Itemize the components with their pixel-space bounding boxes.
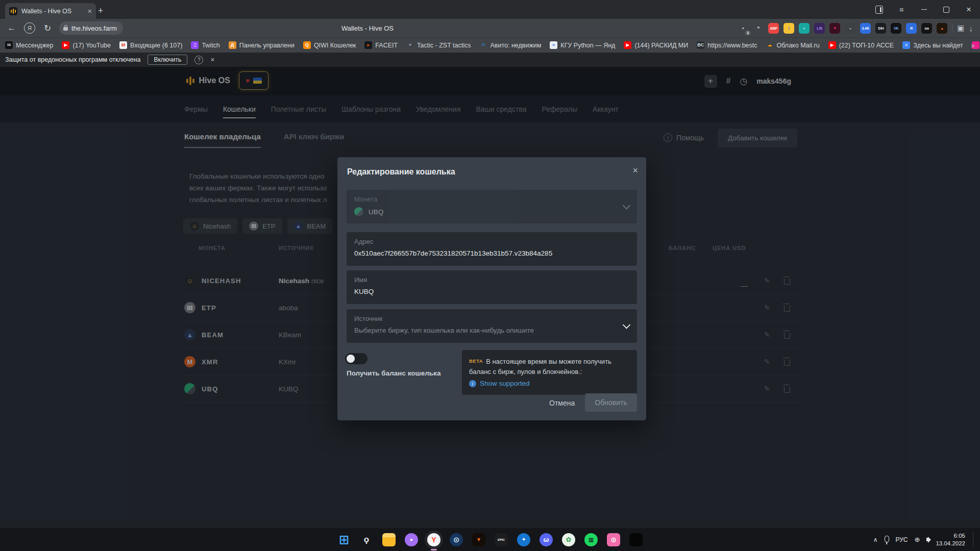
taskbar-app-icon[interactable]: ≋: [584, 533, 598, 546]
extension-icon[interactable]: ◐: [799, 23, 810, 34]
sidebar-panel-icon[interactable]: [868, 0, 890, 19]
update-button[interactable]: Обновить: [585, 393, 637, 412]
taskbar-app-icon[interactable]: [629, 533, 643, 546]
bookmark-item[interactable]: ✦ Tactic - ZST tactics: [406, 41, 471, 49]
taskbar-app-icon[interactable]: [382, 533, 396, 546]
browser-toolbar: ← Я ↻ the.hiveos.farm Wallets - Hive OS …: [0, 19, 980, 37]
beta-info-box: BETAВ настоящее время вы можете получить…: [462, 350, 637, 395]
bookmark-item[interactable]: ▶ (17) YouTube: [62, 41, 111, 49]
profile-icon[interactable]: Я: [24, 22, 35, 34]
tray-date: 13.04.2022: [936, 540, 965, 547]
extension-icon[interactable]: 3.4K: [860, 23, 871, 34]
banner-help-icon[interactable]: ?: [194, 56, 203, 64]
restore-button[interactable]: [935, 0, 958, 19]
extension-icon[interactable]: ABP: [768, 23, 779, 34]
taskbar-app-icon[interactable]: EPIC: [495, 533, 508, 546]
window-controls: ≡ ×: [868, 0, 980, 19]
taskbar-app-icon[interactable]: ▼: [472, 533, 485, 546]
banner-close-icon[interactable]: ×: [210, 56, 214, 64]
source-select[interactable]: Источник Выберите биржу, тип кошелька ил…: [347, 309, 637, 343]
edit-wallet-modal: Редактирование кошелька × Монета UBQ Адр…: [337, 157, 646, 420]
extension-icon[interactable]: ▼ 1: [738, 23, 748, 34]
bookmark-item[interactable]: Д Панель управлени: [229, 41, 295, 49]
bookmark-favicon: ∷: [479, 41, 487, 49]
downloads-icon[interactable]: ↓: [969, 24, 973, 33]
minimize-button[interactable]: [913, 0, 935, 19]
cancel-button[interactable]: Отмена: [549, 399, 575, 407]
bookmark-favicon: ✦: [406, 41, 414, 49]
extension-icon[interactable]: oo: [921, 23, 932, 34]
modal-title: Редактирование кошелька: [347, 167, 455, 177]
taskbar-app-icon[interactable]: Y: [427, 533, 440, 546]
network-icon[interactable]: ⊕: [915, 536, 920, 543]
taskbar-app-icon[interactable]: ⊞: [337, 533, 351, 546]
bookmark-favicon: ▶: [828, 41, 836, 49]
taskbar-app-icon[interactable]: ⊙: [450, 533, 463, 546]
bookmark-item[interactable]: ✉ Мессенджер: [5, 41, 53, 49]
banner-text: Защита от вредоносных программ отключена: [5, 56, 140, 63]
bookmark-item[interactable]: ▸ FACEIT: [364, 41, 398, 49]
taskbar-app-icon[interactable]: ✿: [562, 533, 575, 546]
address-bar[interactable]: the.hiveos.farm: [59, 21, 123, 35]
bookmark-item[interactable]: ▯ Twitch: [191, 41, 219, 49]
bookmark-item[interactable]: BC https://www.bestc: [697, 41, 757, 49]
tray-time: 6:05: [936, 532, 965, 540]
bookmark-item[interactable]: ▶ (144) РАСКИД МИ: [624, 41, 688, 49]
address-field[interactable]: Адрес 0x510aec7f266557b7de753231820571b1…: [347, 232, 637, 266]
microphone-icon[interactable]: [885, 536, 889, 542]
extension-icon[interactable]: ●: [845, 23, 855, 34]
extension-icon[interactable]: ▲: [937, 23, 947, 34]
bookmark-favicon: M: [119, 41, 127, 49]
extensions-area: ▼ 1 ⚑ ABP i ◐: [738, 23, 980, 34]
bookmark-item[interactable]: ☁ Облако Mail.ru: [766, 41, 820, 49]
taskbar-app-icon[interactable]: ω: [540, 533, 553, 546]
bookmark-item[interactable]: ≈ КГУ Python — Янд: [550, 41, 615, 49]
clock[interactable]: 6:05 13.04.2022: [936, 532, 965, 547]
tray-expand-icon[interactable]: ∧: [873, 536, 878, 543]
info-icon: i: [469, 380, 476, 387]
bookmark-favicon: Д: [229, 41, 236, 49]
bookmark-item[interactable]: ∷ Авито: недвижим: [479, 41, 541, 49]
taskbar-app-icon[interactable]: ϙ: [360, 533, 373, 546]
bookmark-item[interactable]: ▶ (22) ТОП-10 АССЕ: [828, 41, 894, 49]
name-field[interactable]: Имя KUBQ: [347, 270, 637, 304]
bookmark-favicon: ✉: [5, 41, 13, 49]
close-button[interactable]: ×: [958, 0, 980, 19]
extension-icon[interactable]: SIH: [875, 23, 886, 34]
browser-menu-icon[interactable]: ≡: [890, 0, 913, 19]
new-tab-button[interactable]: +: [94, 4, 107, 17]
modal-close-icon[interactable]: ×: [632, 165, 638, 176]
volume-icon[interactable]: [926, 538, 929, 541]
back-icon[interactable]: ←: [3, 23, 20, 33]
tab-close-icon[interactable]: ×: [88, 8, 92, 15]
bookmark-favicon: BC: [697, 41, 704, 49]
bookmark-favicon: ☁: [766, 41, 774, 49]
extension-icon[interactable]: R: [906, 23, 917, 34]
language-indicator[interactable]: РУС: [896, 536, 908, 543]
taskbar-app-icon[interactable]: ✦: [517, 533, 530, 546]
beta-badge: BETA: [469, 358, 483, 364]
collections-icon[interactable]: ▣: [957, 23, 964, 33]
extension-icon[interactable]: ★: [829, 23, 840, 34]
taskbar-app-icon[interactable]: ⊙: [607, 533, 620, 546]
extension-icon[interactable]: i: [783, 23, 794, 34]
extension-icon[interactable]: LIS: [814, 23, 825, 34]
extension-badge: 1: [745, 31, 750, 35]
show-desktop-button[interactable]: [973, 532, 976, 547]
fetch-balance-toggle[interactable]: [345, 353, 368, 364]
extension-icon[interactable]: VK: [891, 23, 901, 34]
banner-enable-button[interactable]: Включить: [148, 55, 187, 65]
browser-tab[interactable]: Wallets - Hive OS ×: [5, 3, 96, 19]
bookmark-item[interactable]: M Входящие (6 107): [119, 41, 182, 49]
bookmarks-bar: ✉ Мессенджер ▶ (17) YouTube M Входящие (…: [0, 37, 980, 53]
browser-tab-bar: Wallets - Hive OS × + ≡ ×: [0, 0, 980, 19]
lock-icon: [63, 27, 68, 31]
taskbar-app-icon[interactable]: ●: [405, 533, 418, 546]
system-tray: ∧ РУС ⊕ 6:05 13.04.2022: [873, 528, 976, 551]
extension-icon[interactable]: ⚑: [753, 23, 764, 34]
bookmarks-overflow-icon[interactable]: »: [971, 41, 975, 49]
reload-icon[interactable]: ↻: [39, 23, 56, 34]
bookmark-item[interactable]: ≡ Здесь вы найдет: [902, 41, 963, 49]
show-supported-link[interactable]: Show supported: [480, 379, 530, 389]
bookmark-item[interactable]: Q QIWI Кошелек: [303, 41, 356, 49]
